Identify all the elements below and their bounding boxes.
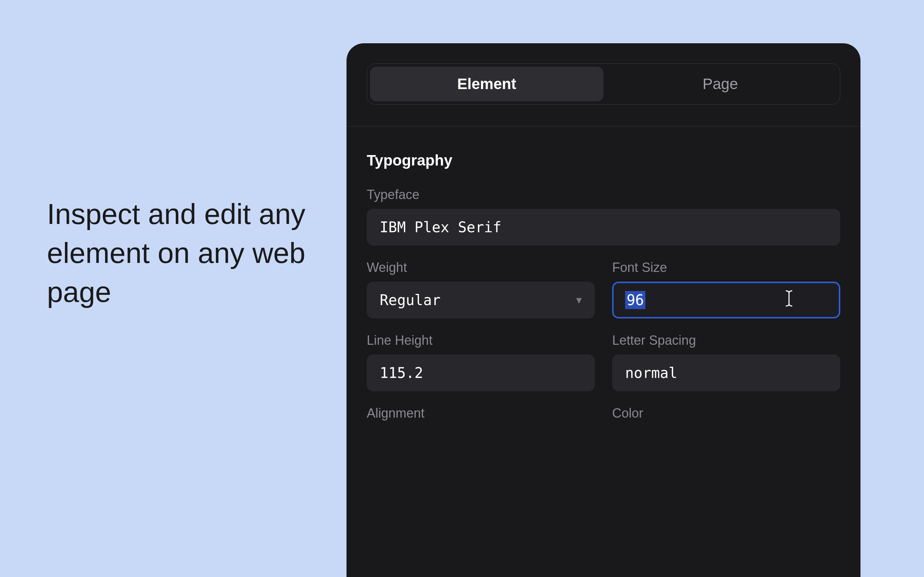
chevron-down-icon: ▼: [576, 295, 582, 305]
font-size-value: 96: [625, 291, 645, 309]
font-size-label: Font Size: [612, 260, 840, 275]
tab-bar: Element Page: [367, 63, 840, 105]
line-height-input[interactable]: 115.2: [367, 355, 595, 391]
line-height-field: Line Height 115.2: [367, 333, 595, 391]
color-label: Color: [612, 406, 840, 421]
weight-select[interactable]: Regular ▼: [367, 282, 595, 318]
font-size-input[interactable]: 96: [612, 282, 840, 318]
typography-section: Typography Typeface IBM Plex Serif Weigh…: [367, 152, 840, 442]
tab-element[interactable]: Element: [370, 67, 604, 102]
text-cursor-icon: [782, 290, 795, 311]
font-size-field: Font Size 96: [612, 260, 840, 318]
tab-page[interactable]: Page: [604, 67, 837, 102]
color-field: Color: [612, 406, 840, 427]
typeface-field: Typeface IBM Plex Serif: [367, 187, 840, 246]
weight-label: Weight: [367, 260, 595, 275]
inspector-panel: Element Page Typography Typeface IBM Ple…: [347, 43, 861, 577]
letter-spacing-field: Letter Spacing normal: [612, 333, 840, 391]
letter-spacing-input[interactable]: normal: [612, 355, 840, 391]
divider: [347, 126, 861, 127]
line-height-label: Line Height: [367, 333, 595, 348]
promo-text: Inspect and edit any element on any web …: [47, 195, 321, 311]
typeface-input[interactable]: IBM Plex Serif: [367, 209, 840, 246]
alignment-field: Alignment: [367, 406, 595, 427]
section-title-typography: Typography: [367, 152, 840, 169]
weight-field: Weight Regular ▼: [367, 260, 595, 318]
alignment-label: Alignment: [367, 406, 595, 421]
weight-value: Regular: [380, 292, 441, 308]
letter-spacing-label: Letter Spacing: [612, 333, 840, 348]
typeface-label: Typeface: [367, 187, 840, 202]
